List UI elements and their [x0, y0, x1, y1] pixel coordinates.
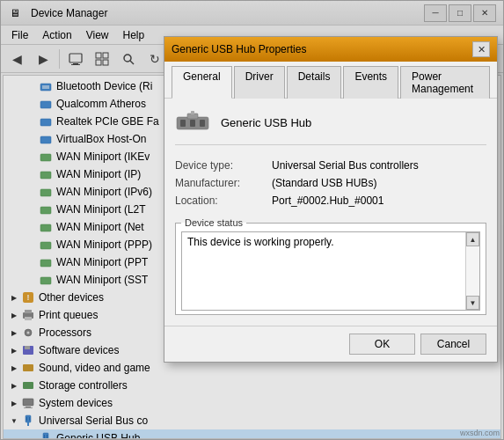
status-legend: Device status — [181, 217, 246, 228]
dialog-title: Generic USB Hub Properties — [172, 43, 306, 55]
property-grid: Device type: Universal Serial Bus contro… — [175, 159, 486, 207]
property-type-value: Universal Serial Bus controllers — [272, 159, 486, 172]
property-row-type: Device type: Universal Serial Bus contro… — [175, 159, 486, 172]
property-mfr-value: (Standard USB HUBs) — [272, 177, 486, 189]
property-type-label: Device type: — [175, 159, 272, 172]
svg-rect-54 — [180, 120, 186, 127]
tab-general[interactable]: General — [172, 66, 232, 99]
tab-events[interactable]: Events — [343, 66, 398, 99]
cancel-button[interactable]: Cancel — [420, 334, 486, 355]
status-scroll-area: This device is working properly. ▲ ▼ — [181, 231, 480, 311]
dialog-content: Generic USB Hub Device type: Universal S… — [164, 99, 497, 326]
scroll-track — [466, 246, 479, 296]
dialog-close-button[interactable]: ✕ — [472, 41, 490, 57]
property-mfr-label: Manufacturer: — [175, 177, 272, 189]
device-header-icon — [175, 109, 210, 136]
properties-dialog: Generic USB Hub Properties ✕ General Dri… — [164, 36, 498, 363]
scroll-up-arrow[interactable]: ▲ — [466, 232, 479, 246]
property-loc-value: Port_#0002.Hub_#0001 — [272, 194, 486, 207]
ok-button[interactable]: OK — [349, 334, 415, 355]
device-header-name: Generic USB Hub — [221, 116, 311, 129]
dialog-buttons: OK Cancel — [164, 326, 497, 362]
device-header: Generic USB Hub — [175, 109, 486, 145]
property-loc-label: Location: — [175, 194, 272, 207]
main-window: 🖥 Device Manager ─ □ ✕ File Action View … — [0, 0, 504, 440]
tab-power-management[interactable]: Power Management — [400, 66, 490, 99]
scroll-down-arrow[interactable]: ▼ — [466, 296, 479, 310]
property-row-location: Location: Port_#0002.Hub_#0001 — [175, 194, 486, 207]
usb-hub-icon — [175, 110, 210, 135]
tab-driver[interactable]: Driver — [234, 66, 285, 99]
tab-bar: General Driver Details Events Power Mana… — [164, 62, 497, 99]
property-row-manufacturer: Manufacturer: (Standard USB HUBs) — [175, 177, 486, 189]
status-text: This device is working properly. — [182, 232, 479, 252]
dialog-title-bar: Generic USB Hub Properties ✕ — [164, 37, 497, 62]
svg-rect-56 — [200, 120, 205, 127]
status-scrollbar[interactable]: ▲ ▼ — [465, 232, 479, 310]
device-status-fieldset: Device status This device is working pro… — [175, 217, 486, 315]
tab-details[interactable]: Details — [287, 66, 342, 99]
svg-rect-58 — [191, 111, 194, 114]
svg-rect-55 — [190, 120, 195, 127]
